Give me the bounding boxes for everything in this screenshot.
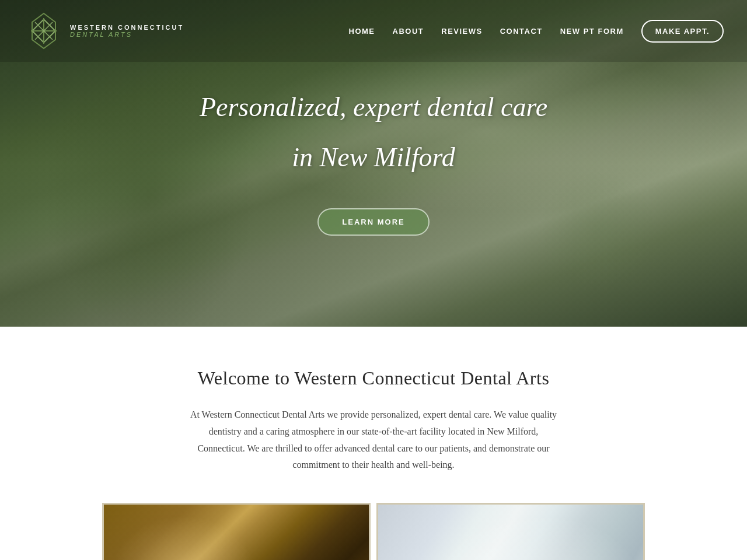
hero-content: Personalized, expert dental care in New …: [200, 91, 547, 235]
hero-title-line2: in New Milford: [200, 141, 547, 173]
nav-about[interactable]: ABOUT: [393, 27, 424, 36]
logo-area: WESTERN CONNECTICUT DENTAL ARTS: [23, 10, 184, 51]
nav-new-pt-form[interactable]: NEW PT FORM: [560, 27, 624, 36]
welcome-title: Welcome to Western Connecticut Dental Ar…: [23, 368, 724, 389]
logo-icon: [23, 10, 64, 51]
image-row: [23, 503, 724, 560]
make-appt-button[interactable]: MAKE APPT.: [641, 20, 724, 43]
office-image-1-fill: [102, 503, 371, 560]
office-image-2: [376, 503, 645, 560]
hero-title: Personalized, expert dental care in New …: [200, 91, 547, 173]
nav-contact[interactable]: CONTACT: [500, 27, 543, 36]
logo-text: WESTERN CONNECTICUT DENTAL ARTS: [70, 24, 184, 38]
learn-more-button[interactable]: LEARN MORE: [317, 208, 429, 236]
nav-reviews[interactable]: REVIEWS: [441, 27, 482, 36]
logo-bottom-line: DENTAL ARTS: [70, 31, 184, 38]
main-nav: HOME ABOUT REVIEWS CONTACT NEW PT FORM M…: [349, 20, 724, 43]
logo-top-line: WESTERN CONNECTICUT: [70, 24, 184, 31]
content-section: Welcome to Western Connecticut Dental Ar…: [0, 327, 747, 560]
welcome-text: At Western Connecticut Dental Arts we pr…: [187, 407, 560, 474]
site-header: WESTERN CONNECTICUT DENTAL ARTS HOME ABO…: [0, 0, 747, 62]
nav-home[interactable]: HOME: [349, 27, 375, 36]
office-image-2-fill: [376, 503, 645, 560]
office-image-1: [102, 503, 371, 560]
hero-title-line1: Personalized, expert dental care: [200, 92, 547, 122]
